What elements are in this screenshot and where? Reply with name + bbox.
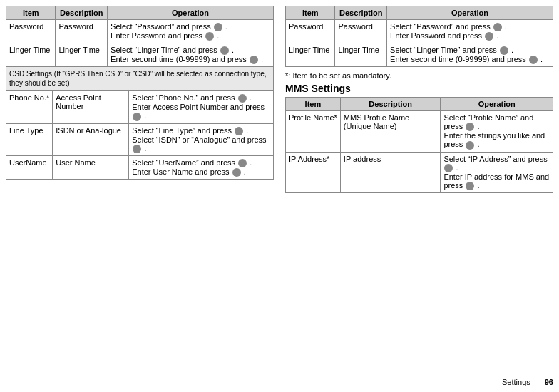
- left-col-item: Item: [6, 6, 56, 20]
- mms-col-description: Description: [340, 98, 441, 111]
- item-cell: Password: [286, 20, 335, 43]
- right-column: Item Description Operation Password Pass…: [285, 6, 553, 375]
- table-row: Linger Time Linger Time Select “Linger T…: [286, 43, 553, 67]
- desc-cell: Access Point Number: [53, 91, 129, 123]
- item-cell: Password: [6, 20, 56, 43]
- desc-cell: IP address: [340, 152, 441, 192]
- circle-icon: [214, 23, 222, 31]
- circle-icon: [220, 46, 229, 55]
- right-col-operation: Operation: [387, 6, 553, 20]
- circle-icon: [238, 94, 247, 103]
- table-row: Linger Time Linger Time Select “Linger T…: [6, 43, 274, 67]
- footer-settings-label: Settings: [502, 378, 530, 386]
- right-col-item: Item: [286, 6, 335, 20]
- circle-icon: [205, 32, 214, 41]
- right-main-table: Item Description Operation Password Pass…: [285, 6, 553, 67]
- mandatory-note: *: Item to be set as mandatory.: [285, 71, 553, 80]
- table-row: UserName User Name Select “UserName” and…: [6, 155, 274, 179]
- left-col-operation: Operation: [108, 6, 274, 20]
- footer-page-number: 96: [545, 378, 553, 386]
- circle-icon: [235, 127, 243, 135]
- item-cell: Phone No.*: [6, 91, 53, 123]
- circle-icon: [133, 113, 141, 121]
- table-row: Profile Name* MMS Profile Name (Unique N…: [286, 111, 553, 152]
- op-cell: Select “Password” and press .Enter Passw…: [108, 20, 274, 43]
- page-footer: Settings 96: [6, 375, 553, 386]
- circle-icon: [232, 168, 241, 177]
- circle-icon: [466, 141, 474, 150]
- desc-cell: Linger Time: [56, 43, 108, 67]
- table-row: IP Address* IP address Select “IP Addres…: [286, 152, 553, 192]
- left-main-table: Item Description Operation Password Pass…: [6, 6, 274, 67]
- circle-icon: [485, 32, 493, 41]
- op-cell: Select “Password” and press .Enter Passw…: [387, 20, 553, 43]
- circle-icon: [250, 56, 258, 64]
- mms-col-operation: Operation: [441, 98, 553, 111]
- item-cell: Linger Time: [286, 43, 335, 67]
- op-cell: Select “Linger Time” and press .Enter se…: [387, 43, 553, 67]
- item-cell: Linger Time: [6, 43, 56, 67]
- csd-note: CSD Settings (If “GPRS Then CSD” or “CSD…: [6, 67, 274, 91]
- left-col-description: Description: [56, 6, 108, 20]
- item-cell: IP Address*: [286, 152, 341, 192]
- desc-cell: ISDN or Ana-logue: [53, 123, 129, 155]
- mms-table: Item Description Operation Profile Name*…: [285, 97, 553, 192]
- op-cell: Select “Phone No.” and press .Enter Acce…: [129, 91, 274, 123]
- left-column: Item Description Operation Password Pass…: [6, 6, 274, 375]
- table-row: Password Password Select “Password” and …: [286, 20, 553, 43]
- op-cell: Select “Linger Time” and press .Enter se…: [108, 43, 274, 67]
- circle-icon: [500, 46, 508, 55]
- left-csd-table: Phone No.* Access Point Number Select “P…: [6, 91, 274, 180]
- desc-cell: MMS Profile Name (Unique Name): [340, 111, 441, 152]
- table-row: Phone No.* Access Point Number Select “P…: [6, 91, 274, 123]
- circle-icon: [529, 56, 538, 64]
- item-cell: Line Type: [6, 123, 53, 155]
- circle-icon: [238, 159, 247, 167]
- circle-icon: [444, 164, 453, 172]
- op-cell: Select “Profile Name” and press .Enter t…: [441, 111, 553, 152]
- desc-cell: Linger Time: [335, 43, 387, 67]
- op-cell: Select “UserName” and press .Enter User …: [129, 155, 274, 179]
- item-cell: UserName: [6, 155, 53, 179]
- desc-cell: Password: [335, 20, 387, 43]
- op-cell: Select “IP Address” and press .Enter IP …: [441, 152, 553, 192]
- mms-title: MMS Settings: [285, 83, 553, 94]
- circle-icon: [493, 23, 502, 31]
- table-row: Password Password Select “Password” and …: [6, 20, 274, 43]
- table-row: Line Type ISDN or Ana-logue Select “Line…: [6, 123, 274, 155]
- circle-icon: [133, 145, 141, 153]
- right-col-description: Description: [335, 6, 387, 20]
- desc-cell: Password: [56, 20, 108, 43]
- item-cell: Profile Name*: [286, 111, 341, 152]
- circle-icon: [466, 123, 474, 131]
- mms-col-item: Item: [286, 98, 341, 111]
- circle-icon: [466, 182, 474, 190]
- desc-cell: User Name: [53, 155, 129, 179]
- op-cell: Select “Line Type” and press .Select “IS…: [129, 123, 274, 155]
